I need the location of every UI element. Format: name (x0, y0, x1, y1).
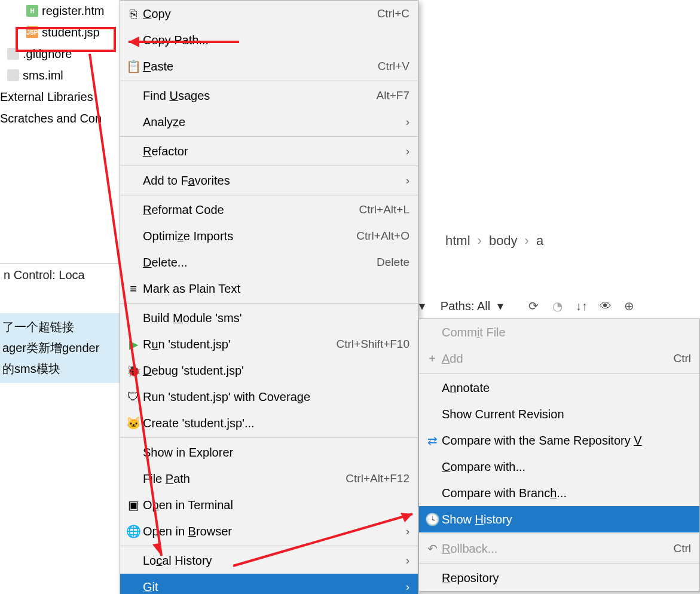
menu-item-label: Analyze (143, 115, 399, 129)
menu-item[interactable]: Find UsagesAlt+F7 (120, 82, 418, 109)
menu-separator (419, 563, 699, 564)
copy-icon: ⎘ (124, 7, 143, 21)
menu-item[interactable]: ≡Mark as Plain Text (120, 275, 418, 302)
menu-item-label: Add to Favorites (143, 174, 399, 188)
menu-item[interactable]: 🐞Debug 'student.jsp' (120, 357, 418, 384)
menu-item-label: Git (143, 580, 399, 594)
menu-item[interactable]: Show Current Revision (419, 401, 699, 427)
breadcrumb-item[interactable]: a (536, 233, 543, 249)
menu-item-shortcut: Ctrl+Alt+O (356, 229, 409, 243)
submenu-arrow-icon: › (406, 580, 409, 593)
menu-item-label: Open in Terminal (143, 498, 409, 512)
jsp-file-icon: JSP (26, 26, 38, 38)
paste-icon: 📋 (124, 59, 143, 74)
menu-item[interactable]: File PathCtrl+Alt+F12 (120, 466, 418, 492)
menu-item-label: Run 'student.jsp' with Coverage (143, 390, 409, 404)
menu-item[interactable]: ⇄Compare with the Same Repository V (419, 427, 699, 454)
run-icon: ▶ (124, 337, 143, 351)
menu-separator (120, 136, 418, 137)
chevron-right-icon: › (525, 233, 529, 249)
tree-item[interactable]: sms.iml (0, 65, 120, 86)
menu-item[interactable]: +AddCtrl (419, 345, 699, 372)
filter-paths[interactable]: Paths: All (441, 299, 490, 313)
menu-item[interactable]: Refactor› (120, 138, 418, 164)
plus-icon: + (423, 352, 442, 366)
html-file-icon: H (26, 5, 38, 17)
debug-icon: 🐞 (124, 363, 143, 378)
refresh-icon[interactable]: ⟳ (524, 296, 544, 316)
menu-separator (120, 81, 418, 81)
tree-item-label: External Libraries (0, 90, 93, 104)
menu-item[interactable]: Repository (419, 565, 699, 591)
menu-item-label: Reformat Code (143, 203, 359, 217)
menu-item[interactable]: Delete...Delete (120, 249, 418, 275)
menu-item[interactable]: 🕓Show History (419, 506, 699, 532)
tree-item[interactable]: Hregister.htm (0, 0, 120, 22)
menu-item-shortcut: Ctrl (673, 542, 691, 555)
menu-item[interactable]: 📋PasteCtrl+V (120, 53, 418, 79)
menu-item-label: Delete... (143, 256, 377, 270)
menu-item-shortcut: Alt+F7 (377, 89, 409, 102)
menu-item[interactable]: ▶Run 'student.jsp'Ctrl+Shift+F10 (120, 331, 418, 357)
breadcrumb-item[interactable]: body (489, 233, 518, 249)
menu-item[interactable]: Build Module 'sms' (120, 305, 418, 331)
menu-item[interactable]: Reformat CodeCtrl+Alt+L (120, 197, 418, 223)
tree-item[interactable]: .gitignore (0, 43, 120, 65)
menu-item[interactable]: Local History› (120, 547, 418, 574)
term-icon: ▣ (124, 498, 143, 512)
clock-icon: 🕓 (423, 512, 442, 526)
menu-separator (419, 534, 699, 534)
tree-item-label: student.jsp (42, 26, 100, 39)
breadcrumb-item[interactable]: html (445, 233, 470, 249)
menu-item[interactable]: Git› (120, 574, 418, 594)
menu-item[interactable]: Copy Path... (120, 27, 418, 53)
menu-separator (419, 373, 699, 373)
submenu-arrow-icon: › (406, 145, 409, 158)
menu-item[interactable]: 🐱Create 'student.jsp'... (120, 410, 418, 436)
menu-separator (120, 303, 418, 304)
vcs-toolbar: All ▾ Paths: All ▾ ⟳ ◔ ↓↑ 👁 ⊕ (399, 296, 640, 316)
menu-item[interactable]: ▣Open in Terminal (120, 492, 418, 518)
menu-item[interactable]: ↶Rollback...Ctrl (419, 535, 699, 562)
breadcrumb: html › body › a (445, 233, 543, 249)
menu-item[interactable]: Commit File (419, 319, 699, 345)
globe-icon: 🌐 (124, 524, 143, 538)
shield-icon: 🛡 (124, 390, 143, 404)
menu-item-label: File Path (143, 472, 346, 486)
context-menu: ⎘CopyCtrl+CCopy Path...📋PasteCtrl+VFind … (120, 0, 418, 594)
txt-icon: ≡ (124, 282, 143, 296)
menu-item-label: Mark as Plain Text (143, 282, 409, 296)
tree-item[interactable]: External Libraries (0, 86, 120, 108)
menu-item[interactable]: Compare with... (419, 454, 699, 480)
menu-item-shortcut: Ctrl+Alt+F12 (346, 472, 409, 485)
menu-item-shortcut: Delete (377, 256, 409, 269)
menu-item[interactable]: 🛡Run 'student.jsp' with Coverage (120, 384, 418, 410)
menu-item-label: Commit File (442, 326, 691, 339)
submenu-arrow-icon: › (406, 554, 409, 567)
menu-item[interactable]: Optimize ImportsCtrl+Alt+O (120, 223, 418, 249)
menu-item-label: Show History (442, 513, 691, 526)
tree-item-label: register.htm (42, 4, 104, 18)
eye-icon[interactable]: 👁 (595, 296, 616, 316)
expand-icon[interactable]: ⊕ (619, 296, 640, 316)
submenu-arrow-icon: › (406, 525, 409, 538)
menu-item-shortcut: Ctrl+Shift+F10 (337, 338, 410, 351)
menu-item[interactable]: 🌐Open in Browser› (120, 518, 418, 544)
menu-item[interactable]: Add to Favorites› (120, 167, 418, 194)
cherry-pick-icon[interactable]: ◔ (548, 296, 568, 316)
tree-item[interactable]: Scratches and Con (0, 108, 120, 129)
menu-item-label: Create 'student.jsp'... (143, 417, 409, 430)
turn-off-icon[interactable]: ↓↑ (571, 296, 592, 316)
commit-message-block: 了一个超链接 ager类新增gender 的sms模块 (0, 313, 120, 383)
menu-item[interactable]: Compare with Branch... (419, 480, 699, 506)
menu-separator (120, 546, 418, 546)
menu-item[interactable]: Analyze› (120, 109, 418, 135)
submenu-arrow-icon: › (406, 174, 409, 187)
tree-item[interactable]: JSPstudent.jsp (0, 22, 120, 43)
menu-item[interactable]: ⎘CopyCtrl+C (120, 1, 418, 27)
menu-item[interactable]: Annotate (419, 375, 699, 401)
menu-item[interactable]: Show in Explorer (120, 439, 418, 466)
menu-item-label: Annotate (442, 381, 691, 395)
menu-item-label: Paste (143, 60, 378, 74)
menu-item-label: Add (442, 352, 673, 366)
